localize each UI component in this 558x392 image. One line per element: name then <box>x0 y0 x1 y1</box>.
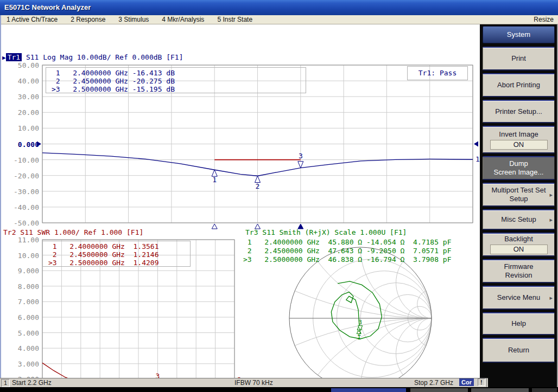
y-axis-tick: -40.00 <box>2 203 39 211</box>
tr2-header[interactable]: Tr2 S11 SWR 1.000/ Ref 1.000 [F1] <box>3 228 143 236</box>
softkey-state: ON <box>490 245 548 254</box>
active-trace-arrow-icon: ▶ <box>2 54 6 61</box>
softkey-multiport-test-set-setup[interactable]: Multiport Test Set Setup▸ <box>483 183 555 207</box>
softkey-label: Multiport Test Set Setup <box>491 186 546 203</box>
tr1-format-label: S11 Log Mag 10.00dB/ Ref 0.000dB [F1] <box>26 53 183 61</box>
marker-readout-row: 1 2.4000000 GHz 1.3561 <box>48 242 190 250</box>
softkey-abort-printing[interactable]: Abort Printing <box>483 73 555 97</box>
marker-readout-row: 2 2.4500000 GHz 1.2146 <box>48 250 190 259</box>
softkey-label: Backlight <box>504 235 533 243</box>
y-axis-tick: 9.000 <box>2 267 39 275</box>
y-axis-tick: -20.00 <box>2 172 39 180</box>
tr1-chip: Tr1 <box>6 53 22 61</box>
window-border <box>0 15 1 378</box>
tr2-marker-table: 1 2.4000000 GHz 1.3561 2 2.4500000 GHz 1… <box>42 241 191 267</box>
svg-text:2: 2 <box>256 182 260 190</box>
y-axis-tick: 3.000 <box>2 360 39 368</box>
softkey-dump-screen-image[interactable]: Dump Screen Image... <box>483 156 555 180</box>
channel-number-badge: 1 <box>1 379 10 387</box>
svg-text:1: 1 <box>212 176 217 184</box>
svg-text:3: 3 <box>299 152 303 160</box>
softkey-label: Printer Setup... <box>495 107 542 116</box>
marker-readout-row: >3 2.5000000 GHz -15.195 dB <box>52 85 306 93</box>
taskbar-cell <box>410 388 468 392</box>
resize-button[interactable]: Resize <box>534 15 554 24</box>
y-axis-tick: 10.00 <box>2 124 39 132</box>
softkey-menu-title[interactable]: System <box>483 26 555 43</box>
y-axis-tick: 11.00 <box>2 236 39 244</box>
softkey-label: Service Menu <box>497 293 540 302</box>
softkey-sidebar: System PrintAbort PrintingPrinter Setup.… <box>480 24 558 392</box>
softkey-invert-image[interactable]: Invert ImageON <box>483 126 555 153</box>
menu-item-4[interactable]: 4 Mkr/Analysis <box>155 16 211 23</box>
menu-bar: 1 Active Ch/Trace2 Response3 Stimulus4 M… <box>0 15 558 24</box>
ifbw-label: IFBW 70 kHz <box>234 379 273 387</box>
menu-item-3[interactable]: 3 Stimulus <box>112 16 155 23</box>
taskbar-cell <box>471 388 529 392</box>
status-bar: 1 Start 2.2 GHz IFBW 70 kHz Stop 2.7 GHz… <box>0 378 488 387</box>
tr3-marker-table: 1 2.4000000 GHz 45.880 Ω -14.054 Ω 4.718… <box>243 238 452 264</box>
y-axis-tick: 4.000 <box>2 344 39 352</box>
correction-status-badge: Cor <box>459 378 474 386</box>
submenu-arrow-icon: ▸ <box>549 216 553 223</box>
tr1-header[interactable]: ▶Tr1 S11 Log Mag 10.00dB/ Ref 0.000dB [F… <box>2 53 183 61</box>
stop-frequency-label: Stop 2.7 GHz <box>414 379 453 387</box>
marker-readout-row: 1 2.4000000 GHz 45.880 Ω -14.054 Ω 4.718… <box>243 238 452 247</box>
y-axis-tick: 8.000 <box>2 282 39 291</box>
y-axis-tick: 7.000 <box>2 298 39 306</box>
softkey-label: Invert Image <box>499 130 538 139</box>
softkey-label: Print <box>511 54 526 63</box>
window-titlebar: E5071C Network Analyzer <box>0 0 558 15</box>
softkey-misc-setup[interactable]: Misc Setup▸ <box>483 209 555 230</box>
softkey-label: Return <box>508 346 529 355</box>
instrument-screen: E5071C Network Analyzer 1 Active Ch/Trac… <box>0 0 558 392</box>
marker-readout-row: 1 2.4000000 GHz -16.413 dB <box>52 69 306 77</box>
softkey-help[interactable]: Help <box>483 312 555 335</box>
svg-text:3: 3 <box>358 319 362 326</box>
menu-item-5[interactable]: 5 Instr State <box>211 16 259 23</box>
y-axis-tick: 50.00 <box>2 61 39 69</box>
softkey-printer-setup[interactable]: Printer Setup... <box>483 100 555 123</box>
submenu-arrow-icon: ▸ <box>549 294 553 301</box>
taskbar-cell <box>331 388 406 392</box>
window-title: E5071C Network Analyzer <box>4 3 91 11</box>
y-axis-tick: 20.00 <box>2 108 39 117</box>
y-axis-tick: 5.000 <box>2 329 39 337</box>
tr1-marker-table: 1 2.4000000 GHz -16.413 dB 2 2.4500000 G… <box>46 67 306 93</box>
y-axis-tick: 40.00 <box>2 77 39 85</box>
softkey-label: Help <box>511 319 526 328</box>
menu-item-1[interactable]: 1 Active Ch/Trace <box>0 16 64 23</box>
softkey-service-menu[interactable]: Service Menu▸ <box>483 286 555 310</box>
softkey-firmware-revision[interactable]: Firmware Revision <box>483 259 555 283</box>
softkey-label: Firmware Revision <box>504 262 533 280</box>
softkey-return[interactable]: Return <box>483 338 555 363</box>
y-axis-tick: 30.00 <box>2 93 39 101</box>
marker-readout-row: 2 2.4500000 GHz -20.275 dB <box>52 77 306 85</box>
softkey-label: Dump Screen Image... <box>494 159 544 177</box>
cutoff-taskbar-strip <box>0 387 558 392</box>
y-axis-tick: 10.00 <box>2 252 39 260</box>
softkey-print[interactable]: Print <box>483 47 555 70</box>
submenu-arrow-icon: ▸ <box>549 191 553 198</box>
softkey-label: Misc Setup <box>501 215 536 224</box>
tr3-header[interactable]: Tr3 S11 Smith (R+jX) Scale 1.000U [F1] <box>245 228 407 236</box>
y-axis-tick: -30.00 <box>2 188 39 196</box>
y-axis-tick: -50.00 <box>2 219 39 227</box>
marker-readout-row: >3 2.5000000 GHz 46.838 Ω -16.794 Ω 3.79… <box>243 255 452 264</box>
menu-items: 1 Active Ch/Trace2 Response3 Stimulus4 M… <box>0 16 259 23</box>
y-axis-tick: -10.00 <box>2 156 39 164</box>
svg-text:2: 2 <box>358 330 362 337</box>
marker-readout-row: 2 2.4500000 GHz 47.643 Ω -9.2050 Ω 7.057… <box>243 247 452 255</box>
y-axis-tick: 6.000 <box>2 313 39 322</box>
softkey-state: ON <box>490 140 548 150</box>
softkey-backlight[interactable]: BacklightON <box>483 233 555 256</box>
menu-item-2[interactable]: 2 Response <box>64 16 112 23</box>
softkey-label: Abort Printing <box>497 81 540 89</box>
alert-badge: ! <box>478 378 485 386</box>
status-separator <box>486 378 487 387</box>
softkey-list: PrintAbort PrintingPrinter Setup...Inver… <box>483 47 555 363</box>
start-frequency-label: Start 2.2 GHz <box>12 379 52 387</box>
svg-text:1: 1 <box>475 155 480 163</box>
marker-readout-row: >3 2.5000000 GHz 1.4209 <box>48 259 190 267</box>
y-axis-tick: 0.000 <box>2 140 39 149</box>
